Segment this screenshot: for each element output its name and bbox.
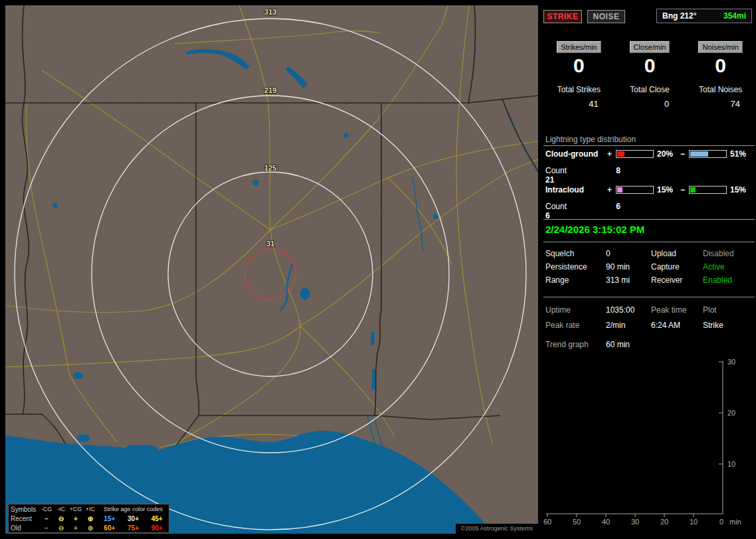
x-tick-60: 60 <box>543 518 551 526</box>
pos-ic-symbol-icon: ⊕ <box>83 515 98 522</box>
ic-count-row: Count 6 6 <box>545 202 756 220</box>
bearing-label: Bng 212° <box>662 11 696 21</box>
strikes-column: Strikes/min 0 Total Strikes 41 <box>543 41 614 109</box>
stats-row: Peak rate 2/min 6:24 AM Strike <box>545 321 756 330</box>
ring-label-219: 219 <box>264 86 276 94</box>
peak-rate-label: Peak rate <box>545 321 604 330</box>
neg-cg-symbol-icon: − <box>39 515 54 522</box>
legend-symbols-label: Symbols <box>9 506 39 513</box>
legend-age-header: Strike age color codes <box>98 506 169 512</box>
cg-negative-bar <box>689 150 727 158</box>
panel-topbar: STRIKE NOISE Bng 212° 354mi <box>543 10 756 26</box>
x-tick-50: 50 <box>573 518 581 526</box>
distribution-title: Lightning type distribution <box>545 135 636 144</box>
x-tick-30: 30 <box>631 518 639 526</box>
strikes-per-min-value: 0 <box>573 55 585 76</box>
ic-negative-bar-fill <box>690 187 696 193</box>
legend-recent-label: Recent <box>9 515 39 522</box>
receiver-label: Receiver <box>651 275 682 285</box>
x-tick-10: 10 <box>690 518 698 526</box>
age-45: 45+ <box>145 515 169 522</box>
cloud-ground-label: Cloud-ground <box>545 149 605 159</box>
close-column: Close/min 0 Total Close 0 <box>614 41 686 109</box>
lake-10 <box>73 372 84 379</box>
noise-mode-button[interactable]: NOISE <box>587 10 625 23</box>
ic-positive-bar-fill <box>617 187 622 193</box>
neg-cg-symbol-icon: − <box>39 524 54 532</box>
map-layers: 313 219 125 31 <box>5 5 538 534</box>
age-75: 75+ <box>122 524 145 532</box>
age-30: 30+ <box>122 515 145 522</box>
strike-mode-button[interactable]: STRIKE <box>543 10 582 23</box>
ic-positive-bar <box>616 186 654 194</box>
total-noises-label: Total Noises <box>699 85 742 94</box>
receiver-status: Enabled <box>703 275 732 285</box>
minus-sign: − <box>678 185 687 194</box>
persistence-value: 90 min <box>606 262 630 271</box>
cg-count-row: Count 8 21 <box>545 166 756 185</box>
squelch-label: Squelch <box>545 249 604 258</box>
lake-9 <box>52 203 58 208</box>
settings-row: Range 313 mi Receiver Enabled <box>545 275 756 285</box>
x-tick-20: 20 <box>660 518 668 526</box>
noises-per-min-value: 0 <box>715 55 726 76</box>
x-axis-unit: min <box>729 518 741 526</box>
age-90: 90+ <box>145 524 169 532</box>
range-value: 313 mi <box>606 275 630 285</box>
age-15: 15+ <box>98 515 122 522</box>
pos-ic-symbol-icon: ⊕ <box>83 524 98 532</box>
x-tick-40: 40 <box>602 518 610 526</box>
legend-type-pos-ic: +IC <box>83 506 98 512</box>
count-label: Count <box>545 202 614 211</box>
separator <box>543 297 755 297</box>
squelch-value: 0 <box>606 249 611 258</box>
intracloud-label: Intracloud <box>545 185 605 194</box>
pos-cg-symbol-icon: + <box>68 515 83 522</box>
neg-ic-symbol-icon: ⊖ <box>54 515 68 522</box>
cg-negative-pct: 51% <box>729 149 751 159</box>
legend-type-neg-ic: -IC <box>54 506 68 512</box>
trend-graph-value: 60 min <box>606 340 630 349</box>
lake-8 <box>433 214 438 219</box>
peak-time-value: 6:24 AM <box>651 321 680 330</box>
pos-cg-symbol-icon: + <box>68 524 83 532</box>
ring-label-313: 313 <box>264 8 276 16</box>
separator <box>543 242 755 242</box>
upload-label: Upload <box>651 249 676 258</box>
map-legend: Symbols -CG -IC +CG +IC Strike age color… <box>8 504 169 533</box>
trend-graph-label: Trend graph <box>545 340 604 349</box>
stats-row: Uptime 1035:00 Peak time Plot <box>545 305 756 315</box>
close-per-min-button[interactable]: Close/min <box>630 41 670 53</box>
ic-positive-count: 6 <box>616 202 686 211</box>
y-tick-30: 30 <box>727 358 735 366</box>
noises-per-min-button[interactable]: Noises/min <box>698 41 742 53</box>
bearing-distance: 354mi <box>723 11 746 21</box>
capture-status: Active <box>703 262 725 271</box>
capture-label: Capture <box>651 262 680 271</box>
total-strikes-label: Total Strikes <box>557 85 601 94</box>
range-label: Range <box>545 275 604 285</box>
cg-positive-bar-fill <box>617 151 624 157</box>
peak-rate-value: 2/min <box>606 321 625 330</box>
cg-positive-bar <box>616 150 654 158</box>
app-window: 313 219 125 31 Symbols -CG -IC +CG +IC S… <box>0 0 756 539</box>
strikes-per-min-button[interactable]: Strikes/min <box>557 41 601 53</box>
lake-3 <box>252 179 259 186</box>
plus-sign: + <box>605 185 614 194</box>
upload-status: Disabled <box>703 249 734 258</box>
lake-11 <box>77 434 90 442</box>
bearing-readout: Bng 212° 354mi <box>656 9 752 23</box>
cg-positive-count: 8 <box>616 166 686 175</box>
lake-6 <box>371 332 375 345</box>
intracloud-row: Intracloud + 15% − 15% <box>545 185 756 194</box>
total-close-value: 0 <box>664 99 685 109</box>
legend-recent-row: Recent − ⊖ + ⊕ 15+ 30+ 45+ <box>9 514 169 523</box>
lightning-map[interactable]: 313 219 125 31 Symbols -CG -IC +CG +IC S… <box>5 5 538 534</box>
legend-old-label: Old <box>9 524 39 532</box>
minus-sign: − <box>678 149 687 159</box>
uptime-value: 1035:00 <box>606 305 634 315</box>
ring-label-31: 31 <box>266 240 274 248</box>
trend-tick-labels: 30 20 10 60 50 40 30 20 10 0 min <box>543 358 741 526</box>
cg-negative-count: 21 <box>545 175 616 185</box>
cg-negative-bar-fill <box>690 151 708 157</box>
